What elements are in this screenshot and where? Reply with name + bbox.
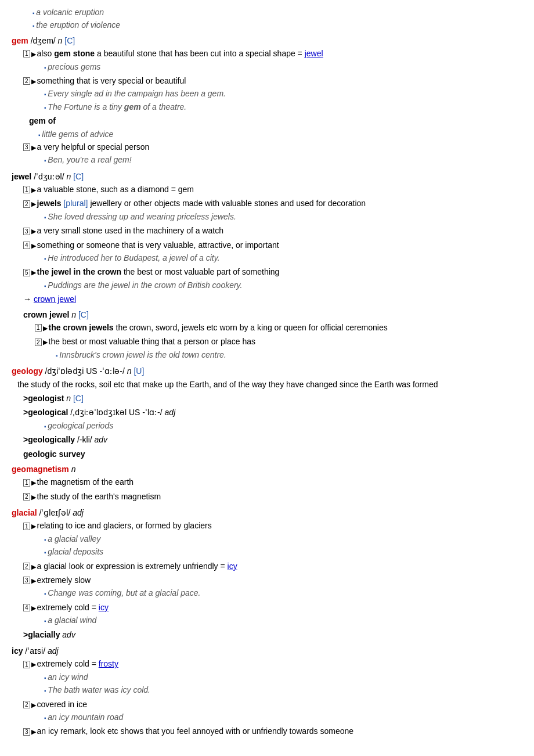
cj-sense-1: 1the crown jewels the crown, sword, jewe… [35, 321, 522, 334]
icy-sense-1: 1extremely cold = frosty an icy wind The… [23, 657, 522, 696]
example-jewel-crown: Puddings are the jewel in the crown of B… [44, 279, 522, 291]
example-gem-campaign: Every single ad in the campaign has been… [44, 87, 522, 100]
jewel-sense-4: 4something or someone that is very valua… [23, 239, 522, 265]
pronunciation-glacial: /ˈɡleɪʃəl/ [39, 508, 73, 517]
pos-jewel: n [67, 172, 74, 181]
headword-jewel: jewel [12, 172, 31, 181]
headword-geology: geology [12, 366, 43, 376]
example-jewel-budapest: He introduced her to Budapest, a jewel o… [44, 251, 522, 264]
jewel-sense-1: 1a valuable stone, such as a diamond = g… [23, 183, 522, 196]
link-icy-2[interactable]: icy [99, 603, 109, 612]
example-glacial-deposits: glacial deposits [44, 545, 522, 558]
link-crown-jewel[interactable]: crown jewel [34, 294, 76, 304]
example-gems-advice: little gems of advice [38, 128, 522, 141]
jewel-sense-5: 5the jewel in the crown the best or most… [23, 265, 522, 291]
geologist-subword: >geologist n [C] [23, 392, 522, 405]
pronunciation-geology: /dʒiˈɒlədʒi US -ˈɑːlə-/ [45, 366, 127, 376]
pronunciation-icy: /ˈaɪsi/ [25, 646, 48, 656]
example-gem-fortune: The Fortune is a tiny gem of a theatre. [44, 100, 522, 113]
pronunciation-jewel: /ˈdʒuːəl/ [34, 172, 66, 181]
glacially-subword: >glacially adv [23, 628, 522, 641]
headword-icy: icy [12, 646, 23, 656]
example-glacial-wind: a glacial wind [44, 614, 522, 627]
entry-geology: geology /dʒiˈɒlədʒi US -ˈɑːlə-/ n [U] th… [12, 365, 522, 460]
glacial-sense-2: 2a glacial look or expression is extreme… [23, 560, 522, 573]
gem-of-subentry: gem of [29, 114, 522, 127]
geologically-subword: >geologically /-kli/ adv [23, 433, 522, 446]
jewel-sense-3: 3a very small stone used in the machiner… [23, 224, 522, 237]
icy-sense-2: 2covered in ice an icy mountain road [23, 698, 522, 724]
example-glacial-pace: Change was coming, but at a glacial pace… [44, 586, 522, 599]
pos-geology: n [127, 366, 134, 376]
gram-geology: [U] [134, 366, 144, 376]
example-innsbruck: Innsbruck's crown jewel is the old town … [56, 348, 522, 361]
geological-subword: >geological /ˌdʒiːəˈlɒdʒɪkəl US -ˈlɑː-/ … [23, 406, 522, 432]
pos-gem: n [58, 36, 65, 45]
headword-glacial: glacial [12, 508, 37, 517]
entry-icy: icy /ˈaɪsi/ adj 1extremely cold = frosty… [12, 645, 522, 738]
dictionary-page: a volcanic eruption the eruption of viol… [12, 6, 522, 738]
entry-crown-jewel: crown jewel n [C] 1the crown jewels the … [23, 308, 522, 362]
example-icy-mountain: an icy mountain road [44, 711, 522, 723]
pronunciation-gem: /dʒem/ [31, 36, 58, 45]
example-geological-periods: geological periods [44, 419, 522, 432]
link-frosty[interactable]: frosty [99, 659, 118, 668]
entry-gem: gem /dʒem/ n [C] 1also gem stone a beaut… [12, 34, 522, 167]
geology-def: the study of the rocks, soil etc that ma… [17, 378, 522, 391]
volcanic-examples: a volcanic eruption the eruption of viol… [33, 6, 522, 32]
example: the eruption of violence [33, 19, 522, 31]
pos-icy: adj [48, 646, 59, 656]
pos-glacial: adj [73, 508, 84, 517]
pos-crown-jewel: n [71, 310, 78, 319]
jewel-arrow: → crown jewel [23, 293, 522, 305]
geomag-sense-2: 2the study of the earth's magnetism [23, 490, 522, 503]
glacial-sense-1: 1relating to ice and glaciers, or formed… [23, 519, 522, 558]
jewel-sense-2: 2jewels [plural] jewellery or other obje… [23, 197, 522, 223]
icy-sense-3: 3an icy remark, look etc shows that you … [23, 725, 522, 737]
glacial-sense-4: 4extremely cold = icy a glacial wind [23, 601, 522, 627]
link-jewel[interactable]: jewel [305, 49, 323, 58]
cj-sense-2: 2the best or most valuable thing that a … [35, 335, 522, 361]
headword-crown-jewel: crown jewel [23, 310, 69, 319]
link-icy-1[interactable]: icy [228, 561, 237, 571]
geomag-sense-1: 1the magnetism of the earth [23, 476, 522, 488]
pos-geomagnetism: n [71, 465, 76, 474]
example-icy-cold: The bath water was icy cold. [44, 683, 522, 696]
gram-gem: [C] [64, 36, 75, 45]
example-glacial-valley: a glacial valley [44, 532, 522, 545]
example-jewel-loved: She loved dressing up and wearing pricel… [44, 210, 522, 223]
entry-jewel: jewel /ˈdʒuːəl/ n [C] 1a valuable stone,… [12, 170, 522, 306]
gram-jewel: [C] [73, 172, 84, 181]
example-gem-ben: Ben, you're a real gem! [44, 153, 522, 166]
headword-gem: gem [12, 36, 28, 45]
example: a volcanic eruption [33, 6, 522, 19]
entry-glacial: glacial /ˈɡleɪʃəl/ adj 1relating to ice … [12, 506, 522, 641]
glacial-sense-3: 3extremely slow Change was coming, but a… [23, 574, 522, 600]
entry-geomagnetism: geomagnetism n 1the magnetism of the ear… [12, 463, 522, 503]
geologic-survey: geologic survey [23, 448, 522, 460]
gram-crown-jewel: [C] [78, 310, 89, 319]
headword-geomagnetism: geomagnetism [12, 465, 69, 474]
gem-sense-3: 3a very helpful or special person Ben, y… [23, 141, 522, 167]
gem-sense-1: 1also gem stone a beautiful stone that h… [23, 47, 522, 73]
gem-sense-2: 2something that is very special or beaut… [23, 74, 522, 113]
example-precious-gems: precious gems [44, 60, 522, 73]
example-icy-wind: an icy wind [44, 671, 522, 683]
